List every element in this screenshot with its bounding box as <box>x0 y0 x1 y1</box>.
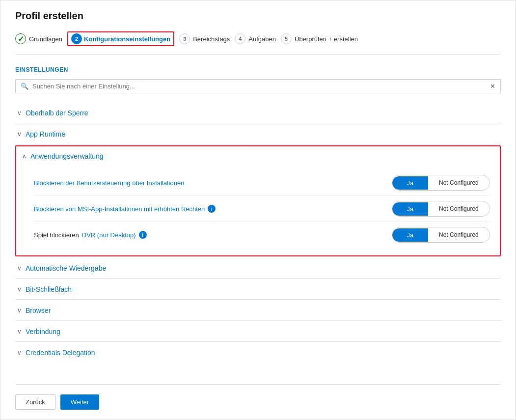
group-credentials: ∨ Credentials Delegation <box>15 343 501 363</box>
step-5-circle: 5 <box>281 33 292 44</box>
settings-section-label: EINSTELLUNGEN <box>15 66 501 73</box>
step-5-label: Überprüfen + erstellen <box>295 35 358 43</box>
back-button[interactable]: Zurück <box>15 394 55 410</box>
toggle-yes-spiel-dvr[interactable]: Ja <box>392 228 428 242</box>
group-anwendungsverwaltung-title: Anwendungsverwaltung <box>30 152 104 160</box>
group-verbindung-title: Verbindung <box>26 328 60 336</box>
group-browser-header[interactable]: ∨ Browser <box>15 301 501 320</box>
chevron-down-icon: ∨ <box>17 265 22 272</box>
group-anwendungsverwaltung-header[interactable]: ∧ Anwendungsverwaltung <box>16 146 500 166</box>
step-1-label: Grundlagen <box>29 35 62 43</box>
step-aufgaben[interactable]: 4 Aufgaben <box>235 33 276 44</box>
chevron-down-icon: ∨ <box>17 349 22 356</box>
toggle-not-configured-blockieren-msi[interactable]: Not Configured <box>428 202 489 215</box>
search-icon: 🔍 <box>21 83 28 90</box>
group-appruntime-title: App Runtime <box>26 130 65 138</box>
group-browser-title: Browser <box>26 307 51 314</box>
step-1-circle: ✓ <box>15 33 26 44</box>
group-oberhalb: ∨ Oberhalb der Sperre <box>15 103 501 123</box>
group-oberhalb-title: Oberhalb der Sperre <box>26 109 88 117</box>
chevron-down-icon: ∨ <box>17 286 22 293</box>
setting-label-blockieren-msi: Blockieren von MSI-App-Installationen mi… <box>34 205 216 213</box>
toggle-yes-blockieren-benutzer[interactable]: Ja <box>392 176 428 190</box>
chevron-down-icon: ∨ <box>17 307 22 314</box>
search-bar: 🔍 ✕ <box>15 79 501 93</box>
group-verbindung-header[interactable]: ∨ Verbindung <box>15 322 501 341</box>
step-3-label: Bereichstags <box>193 35 230 43</box>
group-appruntime: ∨ App Runtime <box>15 124 501 144</box>
next-button[interactable]: Weiter <box>60 394 99 410</box>
search-input[interactable] <box>32 83 490 90</box>
group-bit: ∨ Bit-Schließfach <box>15 280 501 300</box>
step-konfiguration[interactable]: 2 Konfigurationseinstellungen <box>67 31 174 46</box>
group-automatische-header[interactable]: ∨ Automatische Wiedergabe <box>15 258 501 278</box>
clear-icon[interactable]: ✕ <box>490 83 495 90</box>
group-bit-header[interactable]: ∨ Bit-Schließfach <box>15 280 501 299</box>
page-container: Profil erstellen ✓ Grundlagen 2 Konfigur… <box>0 0 516 420</box>
toggle-blockieren-benutzer[interactable]: Ja Not Configured <box>392 175 490 191</box>
group-verbindung: ∨ Verbindung <box>15 322 501 342</box>
toggle-yes-blockieren-msi[interactable]: Ja <box>392 202 428 216</box>
group-oberhalb-header[interactable]: ∨ Oberhalb der Sperre <box>15 103 501 123</box>
wizard-steps: ✓ Grundlagen 2 Konfigurationseinstellung… <box>15 31 501 55</box>
step-ueberpruefen[interactable]: 5 Überprüfen + erstellen <box>281 33 358 44</box>
chevron-down-icon: ∨ <box>17 328 22 335</box>
group-credentials-title: Credentials Delegation <box>26 349 95 357</box>
toggle-spiel-dvr[interactable]: Ja Not Configured <box>392 227 490 243</box>
info-icon-dvr[interactable]: i <box>139 231 147 239</box>
step-grundlagen[interactable]: ✓ Grundlagen <box>15 33 62 44</box>
group-browser: ∨ Browser <box>15 301 501 321</box>
setting-label-blockieren-benutzer: Blockieren der Benutzersteuerung über In… <box>34 179 184 187</box>
info-icon-msi[interactable]: i <box>208 205 216 213</box>
group-appruntime-header[interactable]: ∨ App Runtime <box>15 124 501 144</box>
toggle-not-configured-spiel-dvr[interactable]: Not Configured <box>428 228 489 241</box>
chevron-down-icon: ∨ <box>17 110 22 116</box>
toggle-blockieren-msi[interactable]: Ja Not Configured <box>392 201 490 217</box>
setting-label-spiel-dvr: Spiel blockieren DVR (nur Desktop) i <box>34 231 147 239</box>
group-automatische-title: Automatische Wiedergabe <box>26 264 106 272</box>
chevron-down-icon: ∨ <box>17 131 22 138</box>
step-3-circle: 3 <box>179 33 190 44</box>
chevron-up-icon: ∧ <box>22 153 27 160</box>
setting-row-blockieren-benutzer: Blockieren der Benutzersteuerung über In… <box>34 170 490 196</box>
group-anwendungsverwaltung-content: Blockieren der Benutzersteuerung über In… <box>16 166 500 255</box>
page-title: Profil erstellen <box>15 10 501 22</box>
group-anwendungsverwaltung: ∧ Anwendungsverwaltung Blockieren der Be… <box>15 145 501 256</box>
step-bereichtags[interactable]: 3 Bereichstags <box>179 33 230 44</box>
setting-row-blockieren-msi: Blockieren von MSI-App-Installationen mi… <box>34 196 490 222</box>
step-2-label: Konfigurationseinstellungen <box>84 35 170 43</box>
step-2-circle: 2 <box>71 33 82 44</box>
group-automatische: ∨ Automatische Wiedergabe <box>15 258 501 279</box>
bottom-bar: Zurück Weiter <box>15 384 501 410</box>
setting-row-spiel-dvr: Spiel blockieren DVR (nur Desktop) i Ja … <box>34 222 490 248</box>
step-4-circle: 4 <box>235 33 245 44</box>
group-credentials-header[interactable]: ∨ Credentials Delegation <box>15 343 501 363</box>
step-4-label: Aufgaben <box>248 35 276 43</box>
group-bit-title: Bit-Schließfach <box>26 285 72 293</box>
toggle-not-configured-blockieren-benutzer[interactable]: Not Configured <box>428 176 489 189</box>
